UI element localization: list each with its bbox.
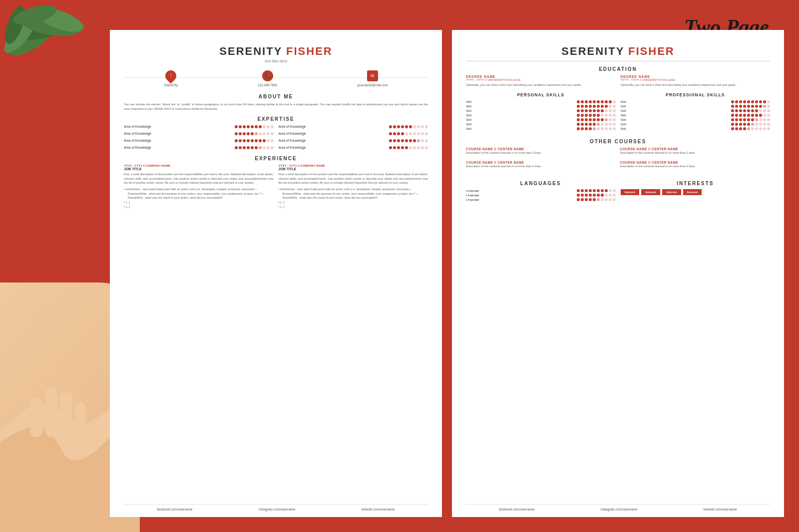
page2-footer-facebook: facebook.com/username [499,508,534,511]
skill-label: Skill [621,123,626,126]
language-item: Language [466,189,616,192]
email-text: yourname@mail.com [358,83,389,87]
education-grid: DEGREE NAME YYYY - YYYY // UNIVERSITY/CO… [466,75,770,87]
language-label: Language [466,194,479,197]
course-name: COURSE NAME // CENTER NAME [620,147,771,151]
language-label: Language [466,198,479,201]
expertise-label: Area of Knowledge [279,146,306,149]
degree-year: YYYY - YYYY // UNIVERSITY/COLLEGE [621,78,771,81]
expertise-item: Area of Knowledge [124,125,274,128]
footer-facebook: facebook.com/username [157,508,192,511]
phone-icon: 📞 [262,70,273,81]
phone-text: 123.456.7891 [258,83,278,87]
skill-label: Skill [621,100,626,103]
skill-label: Skill [621,109,626,112]
professional-skills: PROFESSIONAL SKILLS SkillSkillSkillSkill… [621,92,771,132]
skill-label: Skill [621,118,626,121]
exp-text: First, a brief description of the positi… [124,172,274,185]
contact-phone: 📞 123.456.7891 [258,70,278,87]
skill-label: Skill [466,127,471,130]
languages-section: LANGUAGES LanguageLanguageLanguage [466,176,616,203]
personal-skill-item: Skill [466,105,616,108]
interest-tag: Interest [683,189,702,195]
interest-tags: InterestInterestInterestInterest [621,189,771,195]
languages-list: LanguageLanguageLanguage [466,189,616,201]
professional-skill-item: Skill [621,105,771,108]
name-black: SERENITY [219,45,282,57]
job-title: Job title here [124,59,428,63]
experience-column: YYYY - YYYY // COMPANY NAME JOB TITLE Fi… [124,164,274,209]
professional-skills-title: PROFESSIONAL SKILLS [621,92,771,97]
language-item: Language [466,198,616,201]
course-text: Description of the contents learned in n… [466,151,616,155]
professional-skill-item: Skill [621,118,771,121]
course-name: COURSE NAME // CENTER NAME [466,147,616,151]
name-red: FISHER [286,45,333,57]
expertise-title: EXPERTISE [124,116,428,122]
course-name: COURSE NAME // CENTER NAME [620,161,771,164]
page2-footer-instagram: instagram.com/username [601,508,637,511]
page-1: SERENITY FISHER Job title here 📍 Town/Ci… [110,30,442,517]
degree-text: Optionally, you can write a short text d… [621,83,771,87]
skills-section: PERSONAL SKILLS SkillSkillSkillSkillSkil… [466,92,770,132]
personal-skill-item: Skill [466,127,616,130]
skill-label: Skill [466,109,471,112]
personal-skills: PERSONAL SKILLS SkillSkillSkillSkillSkil… [466,92,616,132]
location-icon: 📍 [163,68,178,83]
bullet-item: • (...) [124,200,274,205]
personal-skill-item: Skill [466,123,616,126]
course-name: COURSE NAME // CENTER NAME [466,161,616,164]
professional-skill-item: Skill [621,100,771,103]
course-text: Description of the contents learned in n… [620,164,771,169]
experience-title: EXPERIENCE [124,156,428,161]
degree-name: DEGREE NAME [466,75,616,78]
personal-skills-list: SkillSkillSkillSkillSkillSkillSkill [466,100,616,130]
footer-instagram: instagram.com/username [259,508,295,511]
expertise-label: Area of Knowledge [124,139,151,142]
exp-title: JOB TITLE [124,167,274,171]
page2-name-red: FISHER [628,45,675,57]
skill-label: Skill [466,118,471,121]
bullet-item: • Action/How - start each bullet point w… [279,187,428,200]
language-label: Language [466,189,479,192]
skill-label: Skill [621,114,626,117]
skill-label: Skill [466,123,471,126]
svg-rect-9 [60,392,72,437]
course-text: Description of the contents learned in n… [620,151,771,155]
expertise-item: Area of Knowledge [124,132,274,135]
professional-skills-list: SkillSkillSkillSkillSkillSkillSkill [621,100,771,130]
education-item: DEGREE NAME YYYY - YYYY // UNIVERSITY/CO… [466,75,616,87]
expertise-item: Area of Knowledge [279,132,428,135]
page2-footer-linkedin: linkedin.com/username [704,508,737,511]
page2-name-black: SERENITY [561,45,624,57]
interests-title: INTERESTS [621,181,771,186]
page2-footer: facebook.com/username instagram.com/user… [466,504,770,511]
interest-tag: Interest [662,189,681,195]
skill-label: Skill [466,100,471,103]
expertise-label: Area of Knowledge [124,146,151,149]
personal-skill-item: Skill [466,114,616,117]
course-text: Description of the contents learned in n… [466,164,616,169]
about-title: ABOUT ME [124,94,428,99]
course-item: COURSE NAME // CENTER NAME Description o… [620,147,771,157]
svg-rect-7 [30,397,42,437]
course-item: COURSE NAME // CENTER NAME Description o… [466,161,616,171]
page2-divider [466,61,770,61]
plant-decoration [0,0,110,100]
course-item: COURSE NAME // CENTER NAME Description o… [466,147,616,157]
contact-email: ✉ yourname@mail.com [358,70,389,87]
contact-row: 📍 Town/City 📞 123.456.7891 ✉ yourname@ma… [124,70,428,87]
education-item: DEGREE NAME YYYY - YYYY // UNIVERSITY/CO… [621,75,771,87]
svg-rect-10 [75,402,86,442]
experience-grid: YYYY - YYYY // COMPANY NAME JOB TITLE Fi… [124,164,428,209]
expertise-item: Area of Knowledge [279,146,428,149]
personal-skill-item: Skill [466,109,616,112]
page1-footer: facebook.com/username instagram.com/user… [124,504,428,511]
interest-tag: Interest [641,189,660,195]
skill-label: Skill [621,127,626,130]
footer-linkedin: linkedin.com/username [362,508,395,511]
page2-name: SERENITY FISHER [466,45,770,58]
expertise-label: Area of Knowledge [279,125,306,128]
expertise-item: Area of Knowledge [279,125,428,128]
professional-skill-item: Skill [621,109,771,112]
